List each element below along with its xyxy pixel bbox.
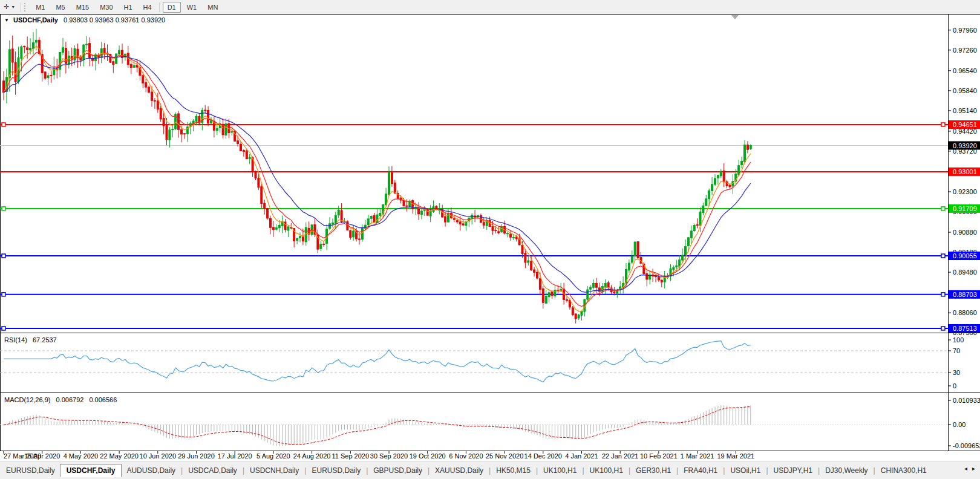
macd-indicator-label: MACD(12,26,9) 0.006792 0.006566 xyxy=(4,396,117,403)
chart-tab-usoil-h1[interactable]: USOil,H1 xyxy=(725,464,765,477)
timeframe-button-m30[interactable]: M30 xyxy=(95,2,117,13)
timeframe-button-m15[interactable]: M15 xyxy=(71,2,94,13)
candle xyxy=(222,125,224,135)
candle xyxy=(406,206,408,206)
candle xyxy=(646,273,648,279)
date-axis-label: 29 Jun 2020 xyxy=(178,452,215,460)
line-drag-handle[interactable] xyxy=(2,254,5,258)
collapse-triangle-icon[interactable]: ▼ xyxy=(4,18,9,23)
candle xyxy=(261,187,263,204)
candle xyxy=(151,92,153,100)
candle xyxy=(116,54,117,64)
chart-tab-ger30-h1[interactable]: GER30,H1 xyxy=(631,464,676,477)
price-axis-label: 0.89480 xyxy=(953,269,977,276)
candle xyxy=(33,43,34,49)
line-drag-handle[interactable] xyxy=(941,327,945,330)
rsi-indicator-label: RSI(14) 67.2537 xyxy=(4,336,57,344)
candle xyxy=(744,145,746,162)
chevron-down-icon[interactable]: ▼ xyxy=(11,5,18,9)
candle xyxy=(145,83,147,87)
candle xyxy=(113,62,114,65)
chart-tab-hk50-m15[interactable]: HK50,M15 xyxy=(491,464,535,477)
toolbar-drag-grip[interactable] xyxy=(24,3,28,11)
candle xyxy=(391,173,393,184)
candle xyxy=(676,266,678,267)
candle xyxy=(231,132,233,132)
candle xyxy=(353,231,354,237)
candle xyxy=(130,64,132,67)
candle xyxy=(275,228,277,230)
candle xyxy=(685,247,687,255)
timeframe-button-h4[interactable]: H4 xyxy=(139,2,157,13)
chart-tab-gbpusd-daily[interactable]: GBPUSD,Daily xyxy=(368,464,427,477)
chart-tab-uk100-h1[interactable]: UK100,H1 xyxy=(538,464,581,477)
candle xyxy=(551,292,553,295)
candle xyxy=(154,100,155,101)
candle xyxy=(163,119,165,126)
timeframe-button-h1[interactable]: H1 xyxy=(119,2,137,13)
chart-tab-eurusd-daily[interactable]: EURUSD,Daily xyxy=(307,464,365,477)
timeframe-toolbar: ✛ ▼ M1M5M15M30H1H4D1W1MN xyxy=(0,0,980,14)
chart-tab-dj30-weekly[interactable]: DJ30,Weekly xyxy=(820,464,872,477)
chart-tab-usdcad-daily[interactable]: USDCAD,Daily xyxy=(183,464,242,477)
candle xyxy=(11,49,13,62)
candle xyxy=(338,210,339,215)
candle xyxy=(243,151,244,152)
date-axis-label: 15 Apr 2020 xyxy=(24,452,60,460)
date-axis-label: 10 Jun 2020 xyxy=(140,452,177,460)
candle xyxy=(272,227,274,230)
date-axis-label: 19 Mar 2021 xyxy=(717,452,754,460)
line-drag-handle[interactable] xyxy=(941,123,945,126)
date-axis-label: 14 Dec 2020 xyxy=(524,452,562,460)
date-axis-label: 22 May 2020 xyxy=(100,452,139,460)
candle xyxy=(459,222,461,224)
timeframe-button-d1[interactable]: D1 xyxy=(163,2,181,13)
candle xyxy=(195,116,197,121)
rsi-axis-label: 0 xyxy=(953,382,956,389)
chart-tab-usdjpy-h1[interactable]: USDJPY,H1 xyxy=(769,464,817,477)
tab-scroll-left-icon[interactable]: ◂ xyxy=(962,465,970,472)
line-drag-handle[interactable] xyxy=(941,254,945,258)
line-drag-handle[interactable] xyxy=(941,293,945,296)
timeframe-button-m1[interactable]: M1 xyxy=(31,2,50,13)
date-axis-label: 4 Jan 2021 xyxy=(565,452,598,460)
chart-tab-china300-h1[interactable]: CHINA300,H1 xyxy=(876,464,932,477)
candle xyxy=(607,283,609,288)
cursor-icon[interactable]: ✛ xyxy=(0,3,11,11)
date-axis-label: 4 May 2020 xyxy=(64,452,98,460)
timeframe-button-mn[interactable]: MN xyxy=(203,2,223,13)
line-drag-handle[interactable] xyxy=(941,207,945,210)
tab-scroll-right-icon[interactable]: ▸ xyxy=(970,465,978,472)
line-drag-handle[interactable] xyxy=(2,293,5,296)
line-drag-handle[interactable] xyxy=(2,327,5,330)
line-drag-handle[interactable] xyxy=(2,207,5,210)
timeframe-button-m5[interactable]: M5 xyxy=(51,2,70,13)
chart-title: ▼ USDCHF,Daily 0.93803 0.93963 0.93761 0… xyxy=(4,16,165,24)
chart-tab-bar: EURUSD,DailyUSDCHF,DailyAUDUSD,Daily|USD… xyxy=(0,461,980,479)
timeframe-button-w1[interactable]: W1 xyxy=(182,2,202,13)
chart-tab-audusd-daily[interactable]: AUDUSD,Daily xyxy=(122,464,180,477)
date-axis-label: 22 Jan 2021 xyxy=(602,452,639,460)
candle xyxy=(590,287,592,289)
candle xyxy=(249,157,250,158)
candle xyxy=(661,280,662,282)
chart-tab-usdcnh-daily[interactable]: USDCNH,Daily xyxy=(245,464,304,477)
chart-tab-uk100-h1[interactable]: UK100,H1 xyxy=(585,464,628,477)
candle xyxy=(267,209,269,218)
candle xyxy=(240,144,242,151)
line-drag-handle[interactable] xyxy=(2,123,5,126)
price-level-badge-text: 0.87513 xyxy=(953,325,977,332)
candle xyxy=(278,225,280,227)
candle xyxy=(367,219,369,225)
chart-tab-xauusd-daily[interactable]: XAUUSD,Daily xyxy=(430,464,488,477)
chart-tab-eurusd-daily[interactable]: EURUSD,Daily xyxy=(1,464,60,477)
candle xyxy=(682,255,684,260)
candle xyxy=(699,212,701,226)
candle xyxy=(160,108,162,119)
candle xyxy=(711,184,713,191)
chart-tab-usdchf-daily[interactable]: USDCHF,Daily xyxy=(60,464,122,477)
chart-canvas[interactable]: 0.979600.972600.965400.958400.951400.944… xyxy=(0,14,980,461)
candle xyxy=(341,210,342,221)
candle xyxy=(705,199,707,206)
chart-tab-fra40-h1[interactable]: FRA40,H1 xyxy=(679,464,722,477)
